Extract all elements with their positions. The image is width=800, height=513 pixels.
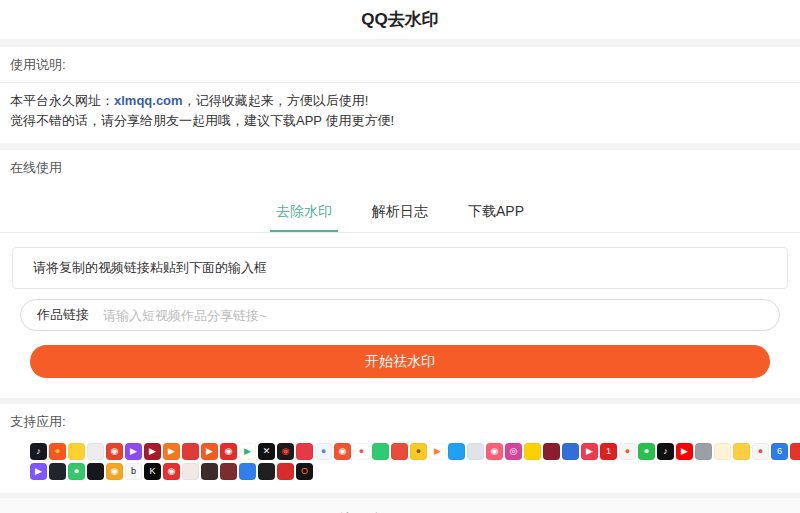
top-bar: QQ去水印	[0, 0, 800, 40]
app-icon	[543, 443, 560, 460]
site-link[interactable]: xlmqq.com	[114, 93, 183, 108]
app-icon	[182, 443, 199, 460]
app-icon: ▶	[125, 443, 142, 460]
app-icon	[87, 463, 104, 480]
app-icon: ▶	[144, 443, 161, 460]
app-icon	[182, 463, 199, 480]
app-icon: ♪	[657, 443, 674, 460]
app-icon	[733, 443, 750, 460]
app-icon: ◎	[505, 443, 522, 460]
app-icon	[239, 463, 256, 480]
app-icon: ▶	[201, 443, 218, 460]
notice-line-1: 本平台永久网址：xlmqq.com，记得收藏起来，方便以后使用!	[10, 91, 790, 111]
paste-tip: 请将复制的视频链接粘贴到下面的输入框	[12, 247, 788, 289]
app-icon: ●	[619, 443, 636, 460]
section-gap	[0, 143, 800, 150]
app-icon: ▶	[30, 463, 47, 480]
app-icon	[448, 443, 465, 460]
app-icon: ✕	[258, 443, 275, 460]
remove-watermark-panel: 请将复制的视频链接粘贴到下面的输入框 作品链接 开始祛水印	[0, 233, 800, 398]
app-icon: ▶	[581, 443, 598, 460]
notice-line-1-prefix: 本平台永久网址：	[10, 93, 114, 108]
app-icon: ●	[315, 443, 332, 460]
app-icon	[277, 463, 294, 480]
app-icon	[714, 443, 731, 460]
app-icon	[372, 443, 389, 460]
app-icon: ●	[68, 463, 85, 480]
app-icons-row-2: ▶●◉bK◉O	[10, 463, 790, 480]
app-icon: ▶	[676, 443, 693, 460]
app-icon	[467, 443, 484, 460]
app-icon: ◉	[277, 443, 294, 460]
online-use-heading: 在线使用	[0, 150, 800, 185]
app-icon: ▶	[163, 443, 180, 460]
tab-parse-log[interactable]: 解析日志	[366, 197, 434, 232]
app-icon: ◉	[220, 443, 237, 460]
online-use-section: 在线使用 去除水印解析日志下载APP 请将复制的视频链接粘贴到下面的输入框 作品…	[0, 150, 800, 398]
app-icon: ◉	[163, 463, 180, 480]
app-icon: ▶	[239, 443, 256, 460]
app-icon: ●	[49, 443, 66, 460]
app-icon: ♪	[30, 443, 47, 460]
app-icon	[695, 443, 712, 460]
app-icon: K	[144, 463, 161, 480]
app-icon: b	[125, 463, 142, 480]
app-icon	[296, 443, 313, 460]
app-icon	[258, 463, 275, 480]
app-icon: 1	[600, 443, 617, 460]
app-icon	[68, 443, 85, 460]
instructions-heading: 使用说明:	[0, 47, 800, 82]
app-icons-row-1: ♪●◉▶▶▶▶◉▶✕◉●◉●●▶◉◎▶1●●♪▶●6●	[10, 443, 790, 460]
page-footer: 沪ICP备19005567号-1 Powered By @龙盟网-2023 视频…	[0, 498, 800, 513]
app-icon	[562, 443, 579, 460]
app-icon	[49, 463, 66, 480]
app-icon	[87, 443, 104, 460]
app-icon: ●	[638, 443, 655, 460]
tab-bar: 去除水印解析日志下载APP	[0, 185, 800, 233]
notice-line-1-suffix: ，记得收藏起来，方便以后使用!	[183, 93, 369, 108]
app-icon: 6	[771, 443, 788, 460]
app-icon: ◉	[106, 443, 123, 460]
app-icon: ●	[353, 443, 370, 460]
icp-number: 沪ICP备19005567号-1	[0, 508, 800, 513]
app-icon	[220, 463, 237, 480]
link-input-row: 作品链接	[20, 299, 780, 331]
supported-apps-section: 支持应用: ♪●◉▶▶▶▶◉▶✕◉●◉●●▶◉◎▶1●●♪▶●6● ▶●◉bK◉…	[0, 404, 800, 493]
app-icon: ◉	[106, 463, 123, 480]
remove-watermark-button[interactable]: 开始祛水印	[30, 345, 770, 378]
app-icon: ◉	[334, 443, 351, 460]
instructions-section: 使用说明: 本平台永久网址：xlmqq.com，记得收藏起来，方便以后使用! 觉…	[0, 47, 800, 143]
app-icon: ●	[410, 443, 427, 460]
page-title: QQ去水印	[0, 0, 800, 40]
app-icon	[391, 443, 408, 460]
notice-line-2: 觉得不错的话，请分享给朋友一起用哦，建议下载APP 使用更方便!	[10, 111, 790, 131]
app-icon: ▶	[429, 443, 446, 460]
app-icon	[524, 443, 541, 460]
tab-download-app[interactable]: 下载APP	[462, 197, 530, 232]
video-link-input[interactable]	[103, 308, 765, 323]
section-gap	[0, 40, 800, 47]
link-input-label: 作品链接	[35, 306, 103, 324]
app-icon	[790, 443, 800, 460]
supported-apps-heading: 支持应用:	[0, 404, 800, 439]
app-icon: ◉	[486, 443, 503, 460]
app-icon	[201, 463, 218, 480]
app-icon: O	[296, 463, 313, 480]
app-icon: ●	[752, 443, 769, 460]
tab-remove-watermark[interactable]: 去除水印	[270, 197, 338, 232]
